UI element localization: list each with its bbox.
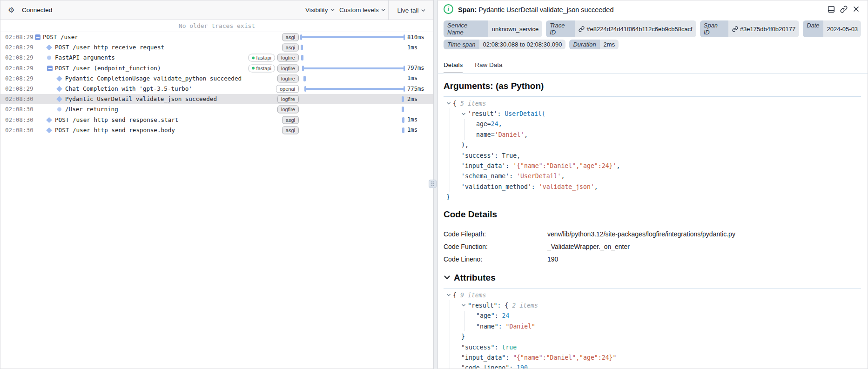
trace-row[interactable]: 02:08:29Pydantic CompletionUsage validat…: [0, 74, 433, 84]
trace-span-label: POST /user (endpoint_function): [55, 65, 161, 72]
code-token: ,: [498, 121, 502, 127]
code-token: :: [532, 183, 539, 190]
trace-row[interactable]: 02:08:30/User returninglogfire: [0, 104, 433, 114]
code-token: 2 items: [512, 302, 538, 309]
duration-bar-track: [301, 115, 404, 125]
code-group: "age": 24"name": "Daniel": [464, 311, 861, 332]
copy-link-icon[interactable]: [840, 5, 848, 13]
trace-timestamp: 02:08:30: [5, 116, 34, 123]
duration-tick: [402, 96, 404, 102]
collapse-chevron-icon[interactable]: [461, 303, 468, 307]
section-divider: [444, 288, 861, 288]
trace-row[interactable]: 02:08:30POST /user http send response.bo…: [0, 125, 433, 135]
code-token: :: [505, 162, 513, 169]
duration-bar: [301, 36, 404, 38]
duration-tick: [402, 107, 404, 112]
duration-bar: [305, 88, 404, 90]
duration-tick: [402, 127, 404, 133]
visibility-dropdown[interactable]: Visibility: [305, 7, 335, 13]
collapse-chevron-icon[interactable]: [461, 112, 468, 116]
code-token: true: [502, 344, 517, 351]
code-line: 'schema_name': 'UserDetail',: [461, 171, 861, 181]
duration-bar-track: [301, 32, 404, 42]
tag-chip-asgi: asgi: [282, 116, 299, 124]
panel-splitter-handle[interactable]: [429, 180, 437, 188]
diamond-span-icon: [56, 86, 62, 92]
code-line: "success": true: [461, 342, 861, 352]
code-token: 190: [517, 364, 528, 369]
code-token: :: [495, 312, 502, 319]
badge-label: Time span: [444, 40, 479, 49]
trace-row[interactable]: 02:08:30Pydantic UserDetail validate_jso…: [0, 94, 433, 104]
duration-label: 1ms: [407, 44, 417, 51]
green-dot-icon: [252, 56, 255, 59]
trace-tags: asgi: [282, 116, 299, 124]
collapse-box-icon[interactable]: [47, 66, 53, 71]
collapse-chevron-icon[interactable]: [446, 293, 453, 297]
code-group: "result": { 2 items"age": 24"name": "Dan…: [450, 300, 861, 369]
trace-timestamp: 02:08:29: [5, 75, 34, 82]
dock-panel-icon[interactable]: [827, 5, 835, 13]
code-token: }: [461, 333, 465, 340]
trace-row[interactable]: 02:08:29POST /userasgi810ms: [0, 32, 433, 42]
custom-levels-dropdown[interactable]: Custom levels: [339, 7, 385, 13]
collapse-box-icon[interactable]: [35, 34, 40, 40]
trace-timestamp: 02:08:29: [5, 34, 34, 40]
tag-chip-asgi: asgi: [282, 44, 299, 52]
code-line: 'success': True,: [461, 150, 861, 161]
trace-row[interactable]: 02:08:30POST /user http send response.st…: [0, 115, 433, 125]
duration-tick: [303, 76, 306, 81]
trace-tags: asgi: [282, 34, 299, 41]
trace-row[interactable]: 02:08:29POST /user (endpoint_function)fa…: [0, 63, 433, 74]
duration-bar-track: [301, 63, 404, 74]
section-divider: [444, 96, 861, 97]
badge-value[interactable]: #e8224d24d41f064b112c6eb9cb58cacf: [575, 20, 696, 37]
code-detail-value: venv/lib/python3.12/site-packages/logfir…: [547, 230, 735, 238]
code-token: 'validation_method': [461, 183, 532, 190]
trace-span-label: POST /user http send response.body: [55, 127, 175, 134]
arguments-code-block: { 5 items'result': UserDetail(age=24,nam…: [444, 98, 861, 202]
collapse-chevron-icon[interactable]: [444, 275, 451, 280]
duration-label: 810ms: [407, 34, 424, 40]
meta-badge: Trace ID#e8224d24d41f064b112c6eb9cb58cac…: [546, 20, 696, 37]
code-token: ,: [561, 173, 565, 180]
code-token: :: [505, 354, 513, 361]
close-icon[interactable]: [852, 5, 860, 13]
code-token: 9 items: [460, 292, 486, 299]
trace-row[interactable]: 02:08:29Chat Completion with 'gpt-3.5-tu…: [0, 84, 433, 94]
duration-label: 1ms: [407, 116, 417, 123]
code-line: name='Daniel',: [476, 129, 861, 140]
duration-label: 797ms: [407, 65, 424, 71]
attributes-heading: Attributes: [444, 273, 861, 283]
code-line: "result": { 2 items: [461, 300, 861, 310]
connection-status: Connected: [22, 7, 52, 13]
span-meta-badges-row1: Service Nameunknown_serviceTrace ID#e822…: [444, 20, 861, 37]
settings-gear-icon[interactable]: ⚙: [8, 6, 14, 14]
badge-value[interactable]: #3e175db4f0b20177: [728, 20, 799, 37]
tag-chip-logfire: logfire: [277, 54, 299, 62]
collapse-chevron-icon[interactable]: [446, 101, 453, 105]
duration-bar-track: [301, 74, 404, 84]
trace-tags: logfire: [277, 74, 299, 82]
badge-label: Service Name: [444, 20, 488, 37]
code-token: 'UserDetail': [517, 173, 561, 180]
green-dot-icon: [252, 67, 255, 70]
tag-chip-logfire: logfire: [277, 74, 299, 82]
code-token: : {: [498, 302, 512, 309]
tag-chip-asgi: asgi: [282, 34, 299, 41]
code-token: :: [509, 173, 517, 180]
section-divider: [444, 225, 861, 225]
trace-tags: asgi: [282, 126, 299, 134]
tab-details[interactable]: Details: [444, 61, 463, 74]
code-token: 5 items: [460, 100, 486, 107]
trace-row[interactable]: 02:08:29POST /user http receive requesta…: [0, 42, 433, 53]
badge-value: 2024-05-03: [823, 20, 861, 37]
code-detail-label: Code Lineno:: [444, 255, 547, 263]
diamond-span-icon: [46, 117, 52, 123]
meta-badge: Date2024-05-03: [803, 20, 861, 37]
tab-raw-data[interactable]: Raw Data: [475, 61, 502, 74]
duration-label: 775ms: [407, 86, 424, 92]
meta-badge: Span ID#3e175db4f0b20177: [700, 20, 799, 37]
live-tail-dropdown[interactable]: Live tail: [388, 0, 434, 20]
trace-row[interactable]: 02:08:29FastAPI argumentsfastapilogfire: [0, 53, 433, 63]
